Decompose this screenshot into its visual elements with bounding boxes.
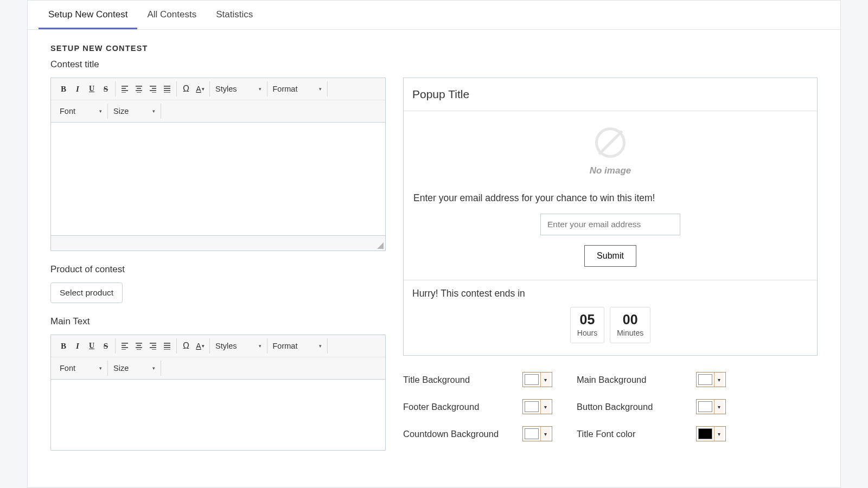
prompt-text: Enter your email address for your chance… xyxy=(412,192,808,204)
size-label: Size xyxy=(113,107,129,115)
tab-statistics[interactable]: Statistics xyxy=(206,1,263,29)
popup-preview: Popup Title No image Enter your email ad… xyxy=(403,78,818,356)
minutes-box: 00 Minutes xyxy=(610,307,650,343)
align-justify-icon[interactable] xyxy=(160,339,174,353)
insert-group: Ω A ▾ xyxy=(177,338,210,354)
align-center-icon[interactable] xyxy=(132,82,146,96)
text-style-group: B I U S xyxy=(54,338,116,354)
no-image-label: No image xyxy=(412,165,808,176)
title-background-label: Title Background xyxy=(403,375,522,385)
font-dropdown[interactable]: Font ▾ xyxy=(54,361,108,376)
size-dropdown[interactable]: Size ▾ xyxy=(108,361,161,376)
main-background-picker[interactable]: ▾ xyxy=(696,372,726,387)
content: SETUP NEW CONTEST Contest title B I U S xyxy=(28,30,840,465)
size-dropdown[interactable]: Size ▾ xyxy=(108,104,161,119)
align-left-icon[interactable] xyxy=(118,339,132,353)
select-product-button[interactable]: Select product xyxy=(50,282,123,303)
email-input[interactable] xyxy=(540,214,680,235)
layout-columns: B I U S xyxy=(50,78,818,451)
chevron-down-icon: ▾ xyxy=(540,400,550,414)
bold-button[interactable]: B xyxy=(56,339,71,353)
no-image-icon xyxy=(595,127,626,158)
align-right-icon[interactable] xyxy=(146,82,160,96)
title-font-color-picker[interactable]: ▾ xyxy=(696,426,726,441)
styles-dropdown[interactable]: Styles ▾ xyxy=(210,338,267,354)
chevron-down-icon: ▾ xyxy=(319,86,322,92)
hours-box: 05 Hours xyxy=(570,307,604,343)
product-of-contest-label: Product of contest xyxy=(50,264,386,275)
chevron-down-icon: ▾ xyxy=(99,108,102,114)
underline-button[interactable]: U xyxy=(85,339,99,353)
font-dropdown[interactable]: Font ▾ xyxy=(54,104,108,119)
strikethrough-button[interactable]: S xyxy=(99,339,113,353)
tab-all-contests[interactable]: All Contests xyxy=(137,1,206,29)
align-group xyxy=(116,81,177,97)
styles-label: Styles xyxy=(215,85,237,93)
editor-toolbar: B I U S xyxy=(51,78,385,123)
chevron-down-icon: ▾ xyxy=(259,86,261,92)
align-left-icon[interactable] xyxy=(118,82,132,96)
submit-button[interactable]: Submit xyxy=(584,245,636,267)
chevron-down-icon: ▾ xyxy=(540,427,550,441)
chevron-down-icon: ▾ xyxy=(152,365,155,371)
italic-button[interactable]: I xyxy=(71,82,85,96)
contest-title-label: Contest title xyxy=(50,59,818,70)
hours-value: 05 xyxy=(577,312,597,328)
format-dropdown[interactable]: Format ▾ xyxy=(267,81,328,97)
toolbar-row-1: B I U S xyxy=(51,78,385,100)
color-swatch xyxy=(698,374,712,385)
chevron-down-icon: ▾ xyxy=(714,427,724,441)
footer-background-picker[interactable]: ▾ xyxy=(522,399,552,414)
contest-title-editor: B I U S xyxy=(50,78,386,251)
minutes-value: 00 xyxy=(617,312,643,328)
text-color-button[interactable]: A ▾ xyxy=(193,82,207,96)
format-dropdown[interactable]: Format ▾ xyxy=(267,338,328,354)
editor-textarea-2[interactable] xyxy=(51,380,385,450)
bold-button[interactable]: B xyxy=(56,82,71,96)
align-center-icon[interactable] xyxy=(132,339,146,353)
popup-footer: Hurry! This contest ends in 05 Hours 00 … xyxy=(404,280,817,355)
underline-button[interactable]: U xyxy=(85,82,99,96)
align-group xyxy=(116,338,177,354)
chevron-down-icon: ▾ xyxy=(319,343,322,349)
right-column: Popup Title No image Enter your email ad… xyxy=(403,78,818,451)
chevron-down-icon: ▾ xyxy=(202,86,205,92)
color-swatch xyxy=(525,374,539,385)
chevron-down-icon: ▾ xyxy=(540,373,550,387)
format-label: Format xyxy=(273,342,298,350)
insert-group: Ω A ▾ xyxy=(177,81,210,97)
editor-toolbar-2: B I U S xyxy=(51,335,385,380)
special-char-button[interactable]: Ω xyxy=(179,82,193,96)
button-background-picker[interactable]: ▾ xyxy=(696,399,726,414)
strikethrough-button[interactable]: S xyxy=(99,82,113,96)
tab-setup-new-contest[interactable]: Setup New Contest xyxy=(39,1,137,29)
color-swatch xyxy=(698,401,712,412)
chevron-down-icon: ▾ xyxy=(714,400,724,414)
italic-button[interactable]: I xyxy=(71,339,85,353)
section-heading: SETUP NEW CONTEST xyxy=(50,44,818,53)
color-options-grid: Title Background ▾ Main Background ▾ Foo… xyxy=(403,372,818,441)
countdown: 05 Hours 00 Minutes xyxy=(412,307,808,343)
toolbar-row-2b: Font ▾ Size ▾ xyxy=(51,357,385,379)
chevron-down-icon: ▾ xyxy=(259,343,261,349)
align-right-icon[interactable] xyxy=(146,339,160,353)
align-justify-icon[interactable] xyxy=(160,82,174,96)
button-background-label: Button Background xyxy=(577,402,696,412)
countdown-background-label: Countdown Background xyxy=(403,429,522,439)
main-text-label: Main Text xyxy=(50,316,386,327)
format-label: Format xyxy=(273,85,298,93)
minutes-label: Minutes xyxy=(617,329,643,337)
countdown-background-picker[interactable]: ▾ xyxy=(522,426,552,441)
color-swatch xyxy=(698,428,712,439)
title-background-picker[interactable]: ▾ xyxy=(522,372,552,387)
resize-handle-icon[interactable] xyxy=(377,242,384,249)
title-font-color-label: Title Font color xyxy=(577,429,696,439)
special-char-button[interactable]: Ω xyxy=(179,339,193,353)
text-color-button[interactable]: A ▾ xyxy=(193,339,207,353)
editor-textarea[interactable] xyxy=(51,123,385,235)
styles-dropdown[interactable]: Styles ▾ xyxy=(210,81,267,97)
text-style-group: B I U S xyxy=(54,81,116,97)
hours-label: Hours xyxy=(577,329,597,337)
left-column: B I U S xyxy=(50,78,386,451)
color-swatch xyxy=(525,428,539,439)
